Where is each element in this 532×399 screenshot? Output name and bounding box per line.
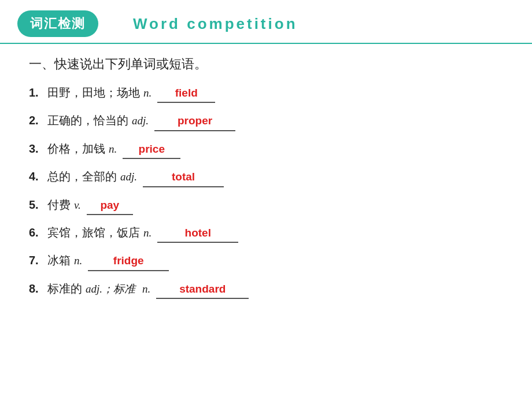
answer-word: pay xyxy=(98,199,121,211)
item-pos: v. xyxy=(74,199,81,211)
item-number: 3. xyxy=(29,139,45,158)
item-number: 8. xyxy=(29,279,45,298)
item-chinese: 田野，田地；场地 xyxy=(47,86,140,99)
item-content: 冰箱n.fridge xyxy=(47,251,503,271)
answer-word: total xyxy=(169,171,197,183)
item-chinese: 正确的，恰当的 xyxy=(47,114,128,127)
item-number: 4. xyxy=(29,167,45,186)
item-chinese: 总的，全部的 xyxy=(47,170,117,183)
list-item: 8.标准的adj.；标准n.standard xyxy=(29,279,503,299)
list-item: 4.总的，全部的adj.total xyxy=(29,167,503,187)
item-chinese: 宾馆，旅馆，饭店 xyxy=(47,226,140,239)
item-content: 付费v.pay xyxy=(47,195,503,215)
item-number: 7. xyxy=(29,251,45,269)
item-pos: adj. xyxy=(120,171,137,183)
item-pos: adj.；标准 xyxy=(86,283,135,295)
item-content: 田野，田地；场地n.field xyxy=(47,83,503,103)
answer-blank: standard xyxy=(156,279,249,299)
item-pos2: n. xyxy=(142,283,150,295)
section-instruction: 一、快速说出下列单词或短语。 xyxy=(29,56,503,73)
answer-word: hotel xyxy=(183,227,213,239)
item-pos: n. xyxy=(74,254,82,267)
answer-blank: total xyxy=(143,167,224,187)
answer-blank: hotel xyxy=(157,223,238,243)
item-number: 2. xyxy=(29,111,45,130)
item-content: 总的，全部的adj.total xyxy=(47,167,503,187)
header-title: Word competition xyxy=(133,15,298,33)
items-list: 1.田野，田地；场地n.field2.正确的，恰当的adj.proper3.价格… xyxy=(29,83,503,299)
item-chinese: 标准的 xyxy=(47,282,82,295)
list-item: 2.正确的，恰当的adj.proper xyxy=(29,111,503,131)
item-chinese: 价格，加钱 xyxy=(47,142,105,155)
answer-blank: pay xyxy=(87,195,133,215)
item-chinese: 付费 xyxy=(47,198,71,211)
item-number: 1. xyxy=(29,83,45,102)
header-rest: competition xyxy=(187,15,297,32)
item-number: 6. xyxy=(29,223,45,242)
answer-word: standard xyxy=(177,283,228,295)
item-content: 价格，加钱n.price xyxy=(47,139,503,159)
answer-blank: fridge xyxy=(88,251,169,271)
item-pos: n. xyxy=(143,87,152,99)
answer-word: field xyxy=(173,87,200,99)
answer-word: price xyxy=(136,143,167,155)
header: 词汇检测 Word competition xyxy=(0,0,532,44)
item-content: 宾馆，旅馆，饭店n.hotel xyxy=(47,223,503,243)
list-item: 1.田野，田地；场地n.field xyxy=(29,83,503,103)
item-pos: n. xyxy=(143,227,152,239)
item-pos: adj. xyxy=(132,114,149,127)
page: 词汇检测 Word competition 一、快速说出下列单词或短语。 1.田… xyxy=(0,0,532,399)
answer-word: proper xyxy=(175,114,215,127)
item-number: 5. xyxy=(29,195,45,214)
badge-label: 词汇检测 xyxy=(17,10,98,37)
list-item: 5.付费v.pay xyxy=(29,195,503,215)
answer-blank: field xyxy=(157,83,215,103)
answer-word: fridge xyxy=(111,254,146,267)
list-item: 3.价格，加钱n.price xyxy=(29,139,503,159)
item-content: 正确的，恰当的adj.proper xyxy=(47,111,503,131)
item-content: 标准的adj.；标准n.standard xyxy=(47,279,503,299)
list-item: 6.宾馆，旅馆，饭店n.hotel xyxy=(29,223,503,243)
content: 一、快速说出下列单词或短语。 1.田野，田地；场地n.field2.正确的，恰当… xyxy=(0,50,532,313)
header-word: Word xyxy=(133,15,180,32)
item-chinese: 冰箱 xyxy=(47,254,71,267)
answer-blank: price xyxy=(123,139,180,159)
item-pos: n. xyxy=(109,143,117,155)
list-item: 7.冰箱n.fridge xyxy=(29,251,503,271)
answer-blank: proper xyxy=(154,111,235,131)
